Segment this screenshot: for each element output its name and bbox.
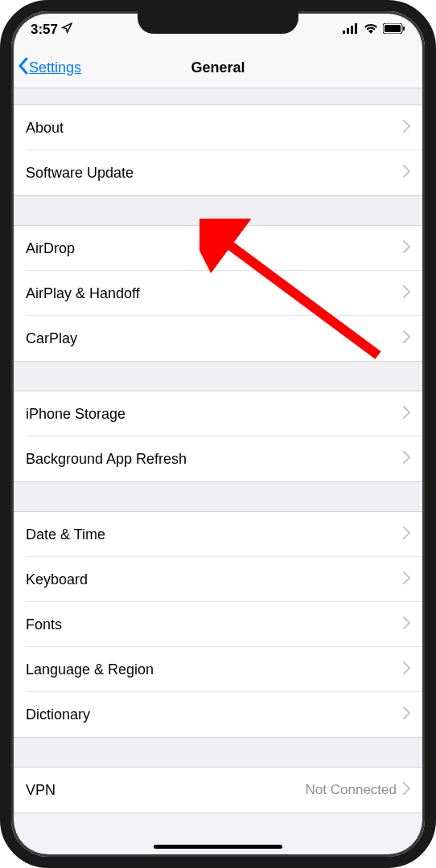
row-label: About [26,120,64,137]
section-2: iPhone Storage Background App Refresh [11,391,425,482]
chevron-left-icon [18,57,29,79]
page-title: General [191,59,245,76]
row-language-region[interactable]: Language & Region [11,647,425,692]
chevron-right-icon [403,706,410,723]
chevron-right-icon [403,330,410,346]
row-iphone-storage[interactable]: iPhone Storage [11,391,425,436]
home-indicator[interactable] [154,845,282,849]
location-arrow-icon [61,22,72,38]
row-vpn[interactable]: VPN Not Connected [11,768,425,813]
row-fonts[interactable]: Fonts [11,602,425,647]
row-label: VPN [26,782,56,799]
row-label: AirDrop [26,240,75,257]
row-date-time[interactable]: Date & Time [11,512,425,557]
svg-rect-2 [351,26,353,34]
row-software-update[interactable]: Software Update [11,150,425,195]
status-bar: 3:57 [11,11,425,48]
chevron-right-icon [403,526,410,542]
row-label: iPhone Storage [26,406,125,423]
row-label: Fonts [26,616,62,633]
chevron-right-icon [403,406,410,422]
row-label: Software Update [26,165,134,182]
row-about[interactable]: About [11,105,425,150]
content-scroll[interactable]: About Software Update AirDrop [11,88,425,857]
row-label: Dictionary [26,706,90,723]
section-3: Date & Time Keyboard Fonts Language & Re… [11,511,425,738]
row-label: AirPlay & Handoff [26,285,140,302]
row-dictionary[interactable]: Dictionary [11,692,425,737]
chevron-right-icon [403,285,410,301]
row-keyboard[interactable]: Keyboard [11,557,425,602]
row-background-app-refresh[interactable]: Background App Refresh [11,436,425,481]
row-airdrop[interactable]: AirDrop [11,226,425,271]
back-label: Settings [29,59,81,76]
row-label: Date & Time [26,526,105,543]
svg-rect-6 [403,27,405,31]
row-label: Background App Refresh [26,451,187,468]
svg-rect-3 [355,23,357,34]
svg-rect-0 [343,31,345,34]
wifi-icon [364,23,378,37]
svg-rect-1 [347,28,349,34]
chevron-right-icon [403,571,410,588]
cellular-signal-icon [343,23,359,37]
battery-icon [383,23,405,37]
row-label: Language & Region [26,661,154,678]
section-1: AirDrop AirPlay & Handoff CarPlay [11,225,425,362]
chevron-right-icon [403,782,410,798]
navigation-bar: Settings General [11,48,425,88]
row-airplay-handoff[interactable]: AirPlay & Handoff [11,271,425,316]
section-4: VPN Not Connected [11,767,425,813]
status-time: 3:57 [31,22,58,38]
section-0: About Software Update [11,104,425,196]
chevron-right-icon [403,240,410,256]
chevron-right-icon [403,120,410,136]
back-button[interactable]: Settings [11,57,81,79]
svg-rect-5 [385,25,401,32]
chevron-right-icon [403,661,410,678]
row-value: Not Connected [306,782,397,798]
chevron-right-icon [403,616,410,633]
chevron-right-icon [403,165,410,181]
row-label: Keyboard [26,571,88,588]
row-label: CarPlay [26,330,77,347]
row-carplay[interactable]: CarPlay [11,316,425,361]
chevron-right-icon [403,451,410,467]
